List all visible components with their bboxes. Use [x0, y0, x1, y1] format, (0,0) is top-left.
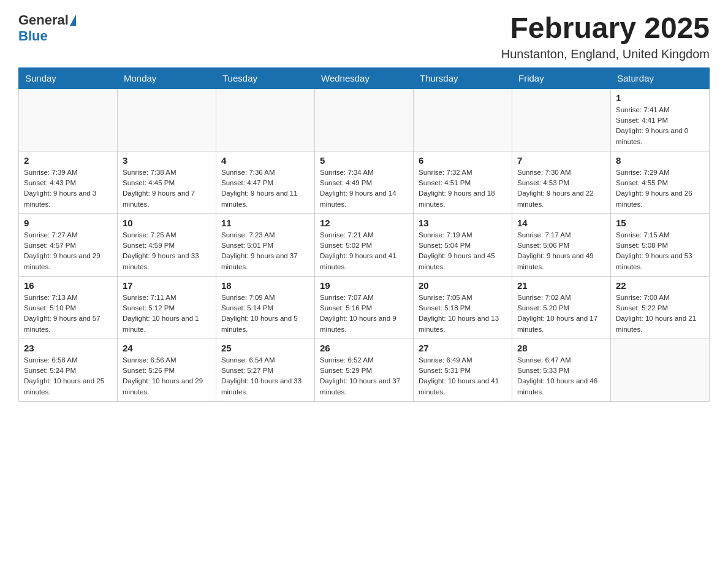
- day-number: 8: [616, 155, 704, 166]
- day-info: Sunrise: 7:09 AMSunset: 5:14 PMDaylight:…: [221, 293, 309, 335]
- title-block: February 2025 Hunstanton, England, Unite…: [501, 12, 710, 61]
- day-info: Sunrise: 7:36 AMSunset: 4:47 PMDaylight:…: [221, 167, 309, 210]
- day-number: 26: [320, 343, 408, 353]
- table-row: 10Sunrise: 7:25 AMSunset: 4:59 PMDayligh…: [118, 213, 216, 276]
- logo-blue: Blue: [18, 28, 48, 44]
- table-row: 17Sunrise: 7:11 AMSunset: 5:12 PMDayligh…: [118, 276, 216, 339]
- day-info: Sunrise: 6:47 AMSunset: 5:33 PMDaylight:…: [517, 355, 605, 397]
- day-info: Sunrise: 7:17 AMSunset: 5:06 PMDaylight:…: [517, 230, 605, 272]
- day-number: 9: [24, 218, 112, 228]
- day-number: 12: [320, 218, 408, 228]
- table-row: 6Sunrise: 7:32 AMSunset: 4:51 PMDaylight…: [414, 151, 512, 213]
- day-number: 23: [24, 343, 112, 353]
- day-info: Sunrise: 7:41 AMSunset: 4:41 PMDaylight:…: [616, 105, 704, 147]
- calendar-week-row: 16Sunrise: 7:13 AMSunset: 5:10 PMDayligh…: [19, 276, 710, 339]
- day-info: Sunrise: 7:30 AMSunset: 4:53 PMDaylight:…: [517, 167, 605, 210]
- day-number: 24: [123, 343, 211, 353]
- table-row: 9Sunrise: 7:27 AMSunset: 4:57 PMDaylight…: [19, 213, 118, 276]
- day-info: Sunrise: 7:29 AMSunset: 4:55 PMDaylight:…: [616, 167, 704, 210]
- day-number: 17: [123, 280, 211, 291]
- day-info: Sunrise: 7:13 AMSunset: 5:10 PMDaylight:…: [24, 293, 112, 335]
- page-header: General Blue February 2025 Hunstanton, E…: [18, 12, 710, 61]
- table-row: 22Sunrise: 7:00 AMSunset: 5:22 PMDayligh…: [611, 276, 710, 339]
- day-info: Sunrise: 7:23 AMSunset: 5:01 PMDaylight:…: [221, 230, 309, 272]
- header-saturday: Saturday: [611, 67, 710, 88]
- header-monday: Monday: [118, 67, 216, 88]
- day-info: Sunrise: 7:32 AMSunset: 4:51 PMDaylight:…: [419, 167, 507, 210]
- day-info: Sunrise: 7:02 AMSunset: 5:20 PMDaylight:…: [517, 293, 605, 335]
- table-row: 20Sunrise: 7:05 AMSunset: 5:18 PMDayligh…: [414, 276, 512, 339]
- day-number: 10: [123, 218, 211, 228]
- day-info: Sunrise: 7:00 AMSunset: 5:22 PMDaylight:…: [616, 293, 704, 335]
- day-info: Sunrise: 6:49 AMSunset: 5:31 PMDaylight:…: [419, 355, 507, 397]
- table-row: 25Sunrise: 6:54 AMSunset: 5:27 PMDayligh…: [216, 339, 315, 401]
- table-row: 8Sunrise: 7:29 AMSunset: 4:55 PMDaylight…: [611, 151, 710, 213]
- calendar-week-row: 23Sunrise: 6:58 AMSunset: 5:24 PMDayligh…: [19, 339, 710, 401]
- day-info: Sunrise: 7:34 AMSunset: 4:49 PMDaylight:…: [320, 167, 408, 210]
- calendar: Sunday Monday Tuesday Wednesday Thursday…: [18, 67, 710, 402]
- table-row: [19, 88, 118, 151]
- table-row: 23Sunrise: 6:58 AMSunset: 5:24 PMDayligh…: [19, 339, 118, 401]
- day-info: Sunrise: 6:52 AMSunset: 5:29 PMDaylight:…: [320, 355, 408, 397]
- header-tuesday: Tuesday: [216, 67, 315, 88]
- day-number: 13: [419, 218, 507, 228]
- table-row: [118, 88, 216, 151]
- table-row: 12Sunrise: 7:21 AMSunset: 5:02 PMDayligh…: [315, 213, 414, 276]
- day-number: 5: [320, 155, 408, 166]
- calendar-week-row: 2Sunrise: 7:39 AMSunset: 4:43 PMDaylight…: [19, 151, 710, 213]
- table-row: 2Sunrise: 7:39 AMSunset: 4:43 PMDaylight…: [19, 151, 118, 213]
- day-number: 6: [419, 155, 507, 166]
- day-info: Sunrise: 6:54 AMSunset: 5:27 PMDaylight:…: [221, 355, 309, 397]
- day-number: 2: [24, 155, 112, 166]
- table-row: [414, 88, 512, 151]
- calendar-week-row: 1Sunrise: 7:41 AMSunset: 4:41 PMDaylight…: [19, 88, 710, 151]
- location: Hunstanton, England, United Kingdom: [501, 47, 710, 61]
- day-info: Sunrise: 7:11 AMSunset: 5:12 PMDaylight:…: [123, 293, 211, 335]
- table-row: 28Sunrise: 6:47 AMSunset: 5:33 PMDayligh…: [512, 339, 611, 401]
- table-row: 16Sunrise: 7:13 AMSunset: 5:10 PMDayligh…: [19, 276, 118, 339]
- day-number: 16: [24, 280, 112, 291]
- table-row: 19Sunrise: 7:07 AMSunset: 5:16 PMDayligh…: [315, 276, 414, 339]
- table-row: 26Sunrise: 6:52 AMSunset: 5:29 PMDayligh…: [315, 339, 414, 401]
- table-row: 27Sunrise: 6:49 AMSunset: 5:31 PMDayligh…: [414, 339, 512, 401]
- day-number: 3: [123, 155, 211, 166]
- table-row: [611, 339, 710, 401]
- day-info: Sunrise: 7:15 AMSunset: 5:08 PMDaylight:…: [616, 230, 704, 272]
- header-friday: Friday: [512, 67, 611, 88]
- day-number: 19: [320, 280, 408, 291]
- day-info: Sunrise: 7:38 AMSunset: 4:45 PMDaylight:…: [123, 167, 211, 210]
- table-row: 1Sunrise: 7:41 AMSunset: 4:41 PMDaylight…: [611, 88, 710, 151]
- day-info: Sunrise: 7:39 AMSunset: 4:43 PMDaylight:…: [24, 167, 112, 210]
- day-number: 4: [221, 155, 309, 166]
- day-number: 27: [419, 343, 507, 353]
- day-number: 11: [221, 218, 309, 228]
- day-number: 18: [221, 280, 309, 291]
- day-info: Sunrise: 7:05 AMSunset: 5:18 PMDaylight:…: [419, 293, 507, 335]
- logo: General Blue: [18, 12, 76, 44]
- day-info: Sunrise: 7:19 AMSunset: 5:04 PMDaylight:…: [419, 230, 507, 272]
- day-info: Sunrise: 6:58 AMSunset: 5:24 PMDaylight:…: [24, 355, 112, 397]
- header-sunday: Sunday: [19, 67, 118, 88]
- logo-triangle-icon: [70, 15, 76, 26]
- day-number: 7: [517, 155, 605, 166]
- table-row: 15Sunrise: 7:15 AMSunset: 5:08 PMDayligh…: [611, 213, 710, 276]
- table-row: [315, 88, 414, 151]
- table-row: 5Sunrise: 7:34 AMSunset: 4:49 PMDaylight…: [315, 151, 414, 213]
- day-number: 1: [616, 93, 704, 103]
- day-info: Sunrise: 6:56 AMSunset: 5:26 PMDaylight:…: [123, 355, 211, 397]
- table-row: 7Sunrise: 7:30 AMSunset: 4:53 PMDaylight…: [512, 151, 611, 213]
- table-row: [512, 88, 611, 151]
- day-info: Sunrise: 7:21 AMSunset: 5:02 PMDaylight:…: [320, 230, 408, 272]
- day-number: 22: [616, 280, 704, 291]
- calendar-week-row: 9Sunrise: 7:27 AMSunset: 4:57 PMDaylight…: [19, 213, 710, 276]
- day-info: Sunrise: 7:07 AMSunset: 5:16 PMDaylight:…: [320, 293, 408, 335]
- day-number: 21: [517, 280, 605, 291]
- logo-general: General: [18, 12, 69, 28]
- table-row: 14Sunrise: 7:17 AMSunset: 5:06 PMDayligh…: [512, 213, 611, 276]
- day-info: Sunrise: 7:25 AMSunset: 4:59 PMDaylight:…: [123, 230, 211, 272]
- table-row: 3Sunrise: 7:38 AMSunset: 4:45 PMDaylight…: [118, 151, 216, 213]
- day-number: 20: [419, 280, 507, 291]
- weekday-header-row: Sunday Monday Tuesday Wednesday Thursday…: [19, 67, 710, 88]
- header-thursday: Thursday: [414, 67, 512, 88]
- table-row: 18Sunrise: 7:09 AMSunset: 5:14 PMDayligh…: [216, 276, 315, 339]
